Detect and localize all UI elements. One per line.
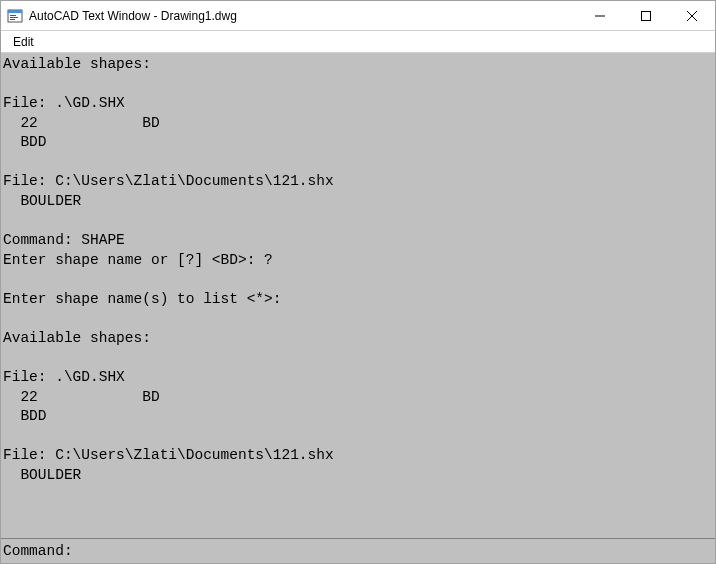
command-prompt: Command: xyxy=(3,543,81,559)
app-icon xyxy=(7,8,23,24)
svg-rect-4 xyxy=(10,19,15,20)
svg-rect-6 xyxy=(642,11,651,20)
close-button[interactable] xyxy=(669,1,715,30)
window-title: AutoCAD Text Window - Drawing1.dwg xyxy=(29,9,237,23)
maximize-button[interactable] xyxy=(623,1,669,30)
svg-rect-3 xyxy=(10,17,18,18)
autocad-text-window: AutoCAD Text Window - Drawing1.dwg Edit … xyxy=(0,0,716,564)
titlebar: AutoCAD Text Window - Drawing1.dwg xyxy=(1,1,715,31)
command-input[interactable] xyxy=(81,543,713,559)
command-line[interactable]: Command: xyxy=(1,539,715,563)
menu-edit[interactable]: Edit xyxy=(5,33,42,51)
svg-rect-1 xyxy=(8,10,22,13)
terminal-output: Available shapes: File: .\GD.SHX 22 BD B… xyxy=(1,53,715,539)
minimize-button[interactable] xyxy=(577,1,623,30)
window-controls xyxy=(577,1,715,30)
svg-rect-2 xyxy=(10,15,16,16)
menubar: Edit xyxy=(1,31,715,53)
